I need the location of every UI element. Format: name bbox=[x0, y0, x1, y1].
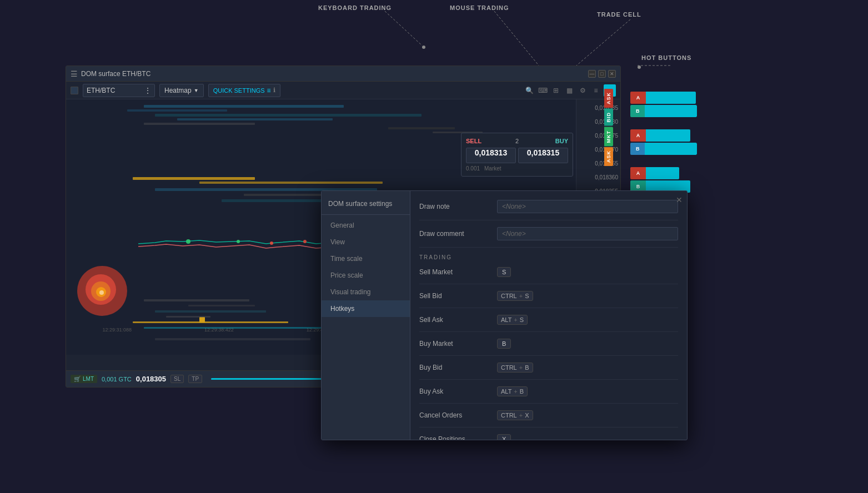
sell-market-label: Sell Market bbox=[419, 268, 497, 276]
position-marker bbox=[199, 317, 205, 323]
title-bar: ☰ DOM surface ETH/BTC — □ ✕ bbox=[66, 66, 620, 82]
buy-market-label: Buy Market bbox=[419, 340, 497, 348]
draw-comment-row: Draw comment <None> bbox=[419, 227, 678, 248]
menu-item-view[interactable]: View bbox=[322, 234, 410, 250]
keyboard-trading-label: KEYBOARD TRADING bbox=[318, 4, 392, 11]
order-entry-panel: SELL 2 BUY 0,018313 0,018315 0.001 Marke… bbox=[461, 133, 573, 177]
menu-item-price-scale[interactable]: Price scale bbox=[322, 267, 410, 284]
cancel-orders-label: Cancel Orders bbox=[419, 411, 497, 419]
buy-ask-label: Buy Ask bbox=[419, 388, 497, 395]
right-btn-2[interactable]: B bbox=[630, 105, 697, 117]
keyboard-trading-dot bbox=[422, 46, 425, 49]
trade-cell-label: TRADE CELL bbox=[597, 11, 641, 18]
trading-section-header: TRADING bbox=[419, 254, 678, 260]
price-level-6: 0,018360 bbox=[595, 174, 618, 180]
sell-ask-row: Sell Ask ALT + S bbox=[419, 315, 678, 332]
hot-buttons-dot bbox=[638, 66, 641, 69]
position-qty: 0,001 GTC bbox=[102, 376, 132, 383]
window-controls: — □ ✕ bbox=[588, 70, 616, 78]
window-title: DOM surface ETH/BTC bbox=[81, 70, 150, 78]
right-btn-3[interactable]: A bbox=[630, 129, 697, 142]
minimize-button[interactable]: — bbox=[588, 70, 596, 78]
search-icon[interactable]: 🔍 bbox=[524, 85, 535, 96]
buy-bid-label: Buy Bid bbox=[419, 364, 497, 371]
toolbar: ETH/BTC ⋮ Heatmap ▼ QUICK SETTINGS ≡ ℹ 🔍… bbox=[66, 82, 620, 99]
position-price: 0,018305 bbox=[136, 375, 166, 383]
draw-comment-label: Draw comment bbox=[419, 230, 497, 238]
svg-point-5 bbox=[237, 240, 240, 243]
heatmap-bar bbox=[127, 109, 227, 112]
heatmap-bar bbox=[166, 316, 210, 318]
sell-label: SELL bbox=[466, 138, 509, 144]
time-label-1: 12:29:38:422 bbox=[204, 327, 234, 338]
cancel-orders-row: Cancel Orders CTRL + X bbox=[419, 410, 678, 427]
draw-note-value[interactable]: <None> bbox=[497, 200, 678, 213]
ask-tab[interactable]: ASK bbox=[604, 89, 613, 108]
right-btn-5[interactable]: A bbox=[630, 167, 697, 179]
hot-buttons-label: HOT BUTTONS bbox=[641, 54, 691, 61]
buy-ask-row: Buy Ask ALT + B bbox=[419, 386, 678, 404]
buy-ask-key: ALT + B bbox=[497, 386, 528, 396]
qty-display: 2 bbox=[509, 138, 525, 144]
chart-toggle-icon[interactable] bbox=[71, 87, 78, 94]
menu-item-time-scale[interactable]: Time scale bbox=[322, 250, 410, 267]
sl-button[interactable]: SL bbox=[170, 375, 184, 383]
maximize-button[interactable]: □ bbox=[598, 70, 606, 78]
sell-ask-key: ALT + S bbox=[497, 315, 528, 325]
list-icon[interactable]: ≡ bbox=[590, 85, 601, 96]
heatmap-bar bbox=[188, 305, 255, 306]
cart-icon: 🛒 bbox=[74, 376, 81, 382]
sell-market-row: Sell Market S bbox=[419, 267, 678, 284]
tp-button[interactable]: TP bbox=[188, 375, 202, 383]
symbol-selector[interactable]: ETH/BTC ⋮ bbox=[83, 84, 155, 97]
sell-market-key: S bbox=[497, 267, 511, 277]
cancel-orders-key: CTRL + X bbox=[497, 410, 533, 420]
toolbar-right: 🔍 ⌨ ⊞ ▦ ⚙ ≡ □ bbox=[524, 84, 616, 97]
quick-settings-button[interactable]: QUICK SETTINGS ≡ ℹ bbox=[208, 84, 280, 97]
sell-price-input[interactable]: 0,018313 bbox=[466, 148, 516, 163]
heatmap-bar bbox=[144, 105, 344, 108]
heatmap-bar bbox=[144, 299, 249, 301]
mouse-trading-label: MOUSE TRADING bbox=[450, 4, 509, 11]
settings-sidebar: DOM surface settings General View Time s… bbox=[322, 191, 410, 440]
sell-bid-row: Sell Bid CTRL + S bbox=[419, 291, 678, 308]
svg-line-0 bbox=[385, 11, 422, 46]
svg-line-1 bbox=[494, 11, 544, 72]
lot-size-display: 0.001 bbox=[466, 165, 480, 172]
svg-point-6 bbox=[270, 242, 273, 245]
menu-item-general[interactable]: General bbox=[322, 217, 410, 234]
buy-price-input[interactable]: 0,018315 bbox=[518, 148, 568, 163]
settings-close-button[interactable]: ✕ bbox=[676, 195, 683, 204]
menu-icon[interactable]: ☰ bbox=[71, 69, 78, 78]
position-line bbox=[133, 321, 288, 323]
grid-icon[interactable]: ▦ bbox=[564, 85, 575, 96]
order-type-label: LMT bbox=[83, 376, 94, 382]
mkt-tab[interactable]: MKT bbox=[604, 127, 613, 147]
sell-ask-label: Sell Ask bbox=[419, 316, 497, 324]
right-btn-4[interactable]: B bbox=[630, 143, 697, 155]
lmt-badge: 🛒 LMT bbox=[71, 375, 97, 383]
draw-note-label: Draw note bbox=[419, 203, 497, 210]
layers-icon[interactable]: ⊞ bbox=[550, 85, 561, 96]
ask2-tab[interactable]: ASK bbox=[604, 147, 613, 166]
right-btn-1[interactable]: A bbox=[630, 92, 697, 104]
vtab-container: ASK BID MKT ASK bbox=[604, 89, 613, 166]
buy-market-row: Buy Market B bbox=[419, 339, 678, 356]
heatmap-selector[interactable]: Heatmap ▼ bbox=[159, 84, 204, 97]
buy-bid-key: CTRL + B bbox=[497, 363, 533, 373]
draw-comment-value[interactable]: <None> bbox=[497, 227, 678, 240]
svg-point-4 bbox=[186, 239, 190, 244]
buy-bid-row: Buy Bid CTRL + B bbox=[419, 363, 678, 380]
menu-item-hotkeys[interactable]: Hotkeys bbox=[322, 300, 410, 317]
svg-point-7 bbox=[303, 240, 307, 243]
keyboard-icon[interactable]: ⌨ bbox=[537, 85, 548, 96]
settings-icon[interactable]: ⚙ bbox=[577, 85, 588, 96]
heatmap-bar bbox=[144, 123, 255, 125]
bid-tab[interactable]: BID bbox=[604, 109, 613, 126]
heatmap-bar bbox=[155, 338, 310, 340]
settings-title: DOM surface settings bbox=[322, 195, 410, 215]
close-button[interactable]: ✕ bbox=[608, 70, 616, 78]
menu-item-visual-trading[interactable]: Visual trading bbox=[322, 284, 410, 300]
close-positions-label: Close Positions bbox=[419, 435, 497, 440]
sell-bid-key: CTRL + S bbox=[497, 291, 533, 301]
